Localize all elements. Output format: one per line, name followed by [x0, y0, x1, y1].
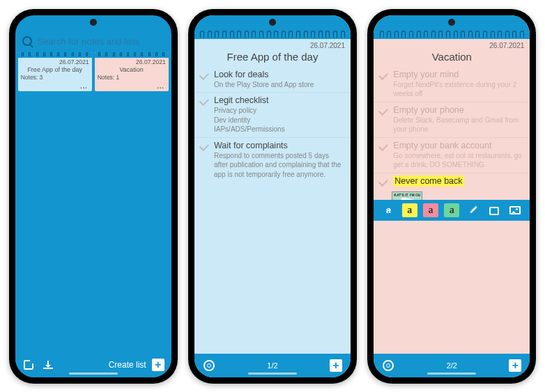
home-top: Search for notes and lists 26.07.2021 Fr… — [15, 15, 171, 91]
item-title: Legit checklist — [214, 95, 344, 105]
note-card-row: 26.07.2021 Free App of the day Notes: 3 … — [15, 52, 171, 91]
camera-dot — [269, 19, 276, 26]
highlight-pink-button[interactable]: a — [423, 203, 438, 217]
camera-dot — [90, 19, 97, 26]
item-title: Never come back — [393, 175, 463, 187]
checklist: Empty your mind Forget NextPit's existen… — [374, 67, 530, 200]
note-card-vacation[interactable]: 26.07.2021 Vacation Notes: 1 ... — [95, 52, 169, 91]
camera-dot — [448, 19, 455, 26]
search-placeholder: Search for notes and lists — [38, 36, 140, 47]
checklist: Look for deals On the Play Store and App… — [194, 67, 351, 354]
home-indicator — [69, 373, 118, 375]
item-title: Wait for complaints — [214, 141, 344, 150]
check-icon[interactable] — [199, 96, 209, 106]
home-bottom-bar: Create list + — [15, 352, 171, 377]
card-title: Free App of the day — [18, 66, 92, 73]
check-icon[interactable] — [378, 141, 388, 150]
phone-frame-2: 26.07.2021 Free App of the day Look for … — [188, 9, 357, 384]
settings-icon[interactable] — [382, 359, 394, 372]
image-icon[interactable] — [507, 203, 523, 217]
page-indicator: 2/2 — [447, 361, 457, 370]
check-icon[interactable] — [199, 141, 209, 150]
item-sub: On the Play Store and App store — [214, 80, 344, 90]
edit-icon[interactable] — [466, 203, 481, 217]
item-title: Look for deals — [214, 70, 344, 79]
card-title: Vacation — [95, 66, 169, 73]
card-date: 26.07.2021 — [95, 58, 169, 66]
item-title: Empty your phone — [393, 105, 523, 115]
save-icon[interactable] — [22, 359, 35, 371]
check-icon[interactable] — [378, 70, 388, 79]
highlight-green-button[interactable]: a — [444, 203, 459, 217]
check-icon[interactable] — [378, 176, 388, 186]
card-count: Notes: 3 — [18, 73, 92, 81]
page-indicator: 1/2 — [267, 361, 277, 370]
note-date: 26.07.2021 — [194, 39, 351, 51]
item-sub: Delete Slack, Basecamp and Gmail from yo… — [393, 116, 523, 134]
note-bottom-bar: 1/2 + — [194, 354, 351, 377]
card-spiral — [18, 52, 92, 58]
note-card-free-app[interactable]: 26.07.2021 Free App of the day Notes: 3 … — [18, 52, 92, 91]
add-item-button[interactable]: + — [509, 359, 521, 372]
strikethrough-button[interactable]: a — [381, 203, 396, 217]
screen-note-pink: 26.07.2021 Vacation Empty your mind Forg… — [374, 15, 530, 377]
home-body-empty — [15, 91, 171, 352]
item-sub: Privacy policy Dev identity IAPs/ADS/Per… — [214, 106, 344, 134]
settings-icon[interactable] — [203, 359, 215, 372]
phone-frame-1: Search for notes and lists 26.07.2021 Fr… — [9, 9, 178, 384]
meme-caption: KAT'S IT. I'M OU — [394, 193, 420, 197]
search-icon — [22, 36, 32, 46]
item-sub: Forget NextPit's existence during your 2… — [393, 80, 523, 99]
format-toolbar: a a a a — [374, 200, 530, 221]
checklist-item[interactable]: Wait for complaints Respond to comments … — [194, 137, 351, 182]
create-list-label[interactable]: Create list — [109, 360, 146, 370]
checklist-item-highlighted[interactable]: Never come back — [374, 173, 530, 189]
card-count: Notes: 1 — [95, 73, 169, 81]
add-item-button[interactable]: + — [330, 359, 342, 372]
home-indicator — [427, 373, 476, 375]
checklist-item-done[interactable]: Empty your bank account Go somewhere, ea… — [374, 137, 530, 173]
screen-home: Search for notes and lists 26.07.2021 Fr… — [15, 15, 171, 377]
checklist-item[interactable]: Look for deals On the Play Store and App… — [194, 67, 351, 93]
check-icon[interactable] — [378, 105, 388, 115]
item-title: Empty your mind — [393, 70, 523, 79]
card-menu-icon[interactable]: ... — [157, 83, 164, 90]
checklist-item-done[interactable]: Empty your mind Forget NextPit's existen… — [374, 67, 530, 102]
home-indicator — [248, 373, 297, 375]
item-sub: Respond to comments posted 5 days after … — [214, 151, 344, 180]
item-sub: Go somewhere, eat out at restaurants, go… — [393, 151, 523, 170]
add-list-button[interactable]: + — [152, 359, 164, 371]
checklist-item-done[interactable]: Empty your phone Delete Slack, Basecamp … — [374, 102, 530, 137]
download-icon[interactable] — [42, 359, 54, 371]
attached-image[interactable]: KAT'S IT. I'M OU — [392, 191, 422, 200]
highlight-yellow-button[interactable]: a — [402, 203, 417, 217]
note-title: Vacation — [374, 51, 530, 67]
card-date: 26.07.2021 — [18, 58, 92, 66]
item-title: Empty your bank account — [393, 141, 523, 150]
note-body-empty — [374, 221, 530, 354]
card-menu-icon[interactable]: ... — [80, 83, 88, 90]
note-date: 26.07.2021 — [374, 39, 530, 51]
checklist-item[interactable]: Legit checklist Privacy policy Dev ident… — [194, 92, 351, 137]
search-bar[interactable]: Search for notes and lists — [15, 33, 171, 52]
tag-icon[interactable] — [486, 203, 502, 217]
check-icon[interactable] — [199, 70, 209, 79]
note-title: Free App of the day — [194, 51, 351, 67]
phone-frame-3: 26.07.2021 Vacation Empty your mind Forg… — [367, 9, 536, 384]
card-spiral — [95, 52, 169, 58]
screen-note-blue: 26.07.2021 Free App of the day Look for … — [194, 15, 351, 377]
note-bottom-bar: 2/2 + — [374, 354, 530, 377]
